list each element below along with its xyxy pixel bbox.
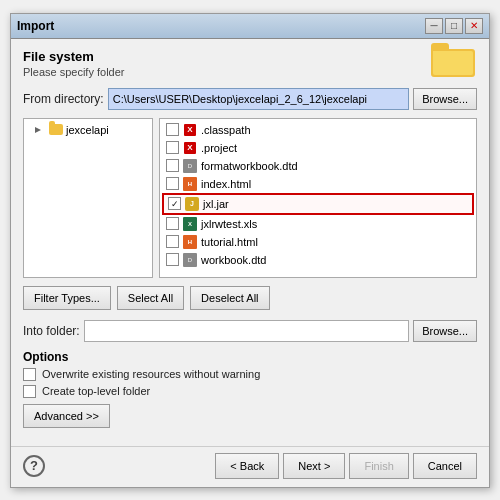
finish-button[interactable]: Finish [349, 453, 408, 479]
create-top-level-label: Create top-level folder [42, 385, 150, 397]
jar-icon: J [185, 197, 199, 211]
cancel-button[interactable]: Cancel [413, 453, 477, 479]
create-top-level-checkbox[interactable] [23, 385, 36, 398]
overwrite-checkbox[interactable] [23, 368, 36, 381]
file-label: tutorial.html [201, 236, 258, 248]
options-section: Options Overwrite existing resources wit… [23, 350, 477, 428]
list-item[interactable]: D formatworkbook.dtd [162, 157, 474, 175]
file-label: workbook.dtd [201, 254, 266, 266]
filter-types-button[interactable]: Filter Types... [23, 286, 111, 310]
dtd-icon: D [183, 159, 197, 173]
file-checkbox[interactable] [166, 217, 179, 230]
list-item[interactable]: H tutorial.html [162, 233, 474, 251]
file-checkbox[interactable] [166, 253, 179, 266]
folder-icon-top [431, 43, 475, 77]
options-label: Options [23, 350, 477, 364]
into-folder-browse-button[interactable]: Browse... [413, 320, 477, 342]
into-folder-label: Into folder: [23, 324, 80, 338]
window-controls: ─ □ ✕ [425, 18, 483, 34]
section-title: File system [23, 49, 477, 64]
file-label: .project [201, 142, 237, 154]
deselect-all-button[interactable]: Deselect All [190, 286, 269, 310]
list-item[interactable]: D workbook.dtd [162, 251, 474, 269]
tree-panel[interactable]: jexcelapi [23, 118, 153, 278]
svg-marker-0 [35, 127, 41, 133]
help-icon[interactable]: ? [23, 455, 45, 477]
file-checkbox[interactable] [166, 177, 179, 190]
file-list-panel[interactable]: X .classpath X .project D formatworkbook… [159, 118, 477, 278]
back-button[interactable]: < Back [215, 453, 279, 479]
select-all-button[interactable]: Select All [117, 286, 184, 310]
folder-icon [49, 124, 63, 135]
file-label: index.html [201, 178, 251, 190]
dtd-icon: D [183, 253, 197, 267]
file-label: .classpath [201, 124, 251, 136]
maximize-button[interactable]: □ [445, 18, 463, 34]
overwrite-option-row: Overwrite existing resources without war… [23, 368, 477, 381]
from-directory-label: From directory: [23, 92, 104, 106]
dialog-content: File system Please specify folder From d… [11, 39, 489, 446]
advanced-button[interactable]: Advanced >> [23, 404, 110, 428]
list-item[interactable]: X .project [162, 139, 474, 157]
list-item[interactable]: X jxlrwtest.xls [162, 215, 474, 233]
from-browse-button[interactable]: Browse... [413, 88, 477, 110]
import-dialog: Import ─ □ ✕ File system Please specify … [10, 13, 490, 488]
from-directory-input[interactable] [108, 88, 409, 110]
file-checkbox[interactable] [166, 159, 179, 172]
window-title: Import [17, 19, 54, 33]
xls-icon: X [183, 217, 197, 231]
x-icon: X [183, 123, 197, 137]
folder-expand-icon [30, 123, 46, 137]
next-button[interactable]: Next > [283, 453, 345, 479]
section-subtitle: Please specify folder [23, 66, 477, 78]
tree-item-label: jexcelapi [66, 124, 109, 136]
file-checkbox[interactable] [166, 235, 179, 248]
from-directory-row: From directory: Browse... [23, 88, 477, 110]
tree-item-jexcelapi[interactable]: jexcelapi [26, 121, 150, 139]
list-item[interactable]: H index.html [162, 175, 474, 193]
filter-buttons-row: Filter Types... Select All Deselect All [23, 286, 477, 310]
file-checkbox[interactable] [166, 141, 179, 154]
close-button[interactable]: ✕ [465, 18, 483, 34]
file-label: jxl.jar [203, 198, 229, 210]
html-icon: H [183, 235, 197, 249]
list-item[interactable]: X .classpath [162, 121, 474, 139]
file-label: jxlrwtest.xls [201, 218, 257, 230]
file-checkbox-checked[interactable] [168, 197, 181, 210]
overwrite-label: Overwrite existing resources without war… [42, 368, 260, 380]
list-item-jxl-jar[interactable]: J jxl.jar [162, 193, 474, 215]
main-area: jexcelapi X .classpath X .project [23, 118, 477, 278]
minimize-button[interactable]: ─ [425, 18, 443, 34]
x-icon: X [183, 141, 197, 155]
create-top-level-option-row: Create top-level folder [23, 385, 477, 398]
html-icon: H [183, 177, 197, 191]
file-checkbox[interactable] [166, 123, 179, 136]
title-bar: Import ─ □ ✕ [11, 14, 489, 39]
into-folder-row: Into folder: Browse... [23, 320, 477, 342]
file-label: formatworkbook.dtd [201, 160, 298, 172]
nav-buttons: < Back Next > Finish Cancel [215, 453, 477, 479]
into-folder-input[interactable] [84, 320, 409, 342]
bottom-nav-bar: ? < Back Next > Finish Cancel [11, 446, 489, 487]
